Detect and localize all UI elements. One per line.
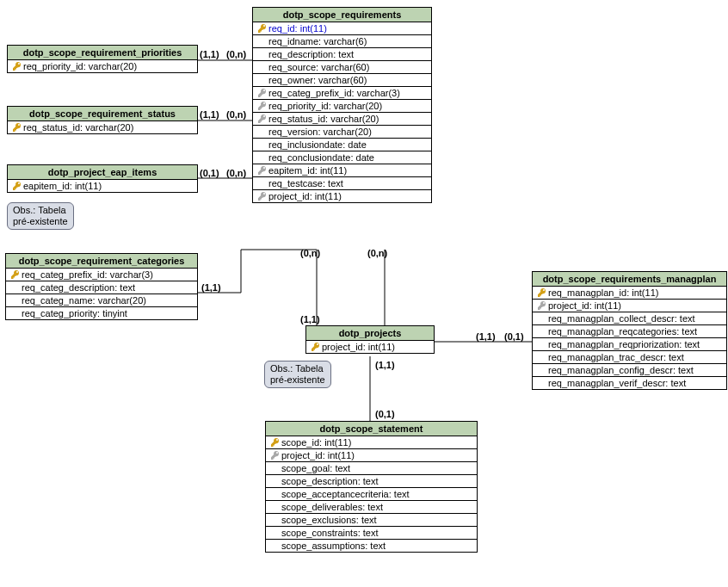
- key-icon: [310, 342, 322, 352]
- field-text: scope_description: text: [281, 476, 379, 486]
- field-text: eapitem_id: int(11): [23, 181, 102, 191]
- field-row: scope_acceptancecriteria: text: [266, 488, 477, 501]
- entity-projects: dotp_projects project_id: int(11): [305, 325, 435, 354]
- entity-title: dotp_scope_requirement_priorities: [8, 46, 197, 60]
- field-row: req_managplan_config_descr: text: [533, 364, 726, 377]
- card: (0,n): [367, 248, 387, 258]
- field-row: eapitem_id: int(11): [253, 164, 431, 177]
- entity-statement: dotp_scope_statement scope_id: int(11)pr…: [265, 421, 478, 553]
- field-row: project_id: int(11): [253, 190, 431, 202]
- field-text: req_owner: varchar(60): [268, 75, 367, 85]
- key-icon: [11, 181, 23, 191]
- field-row: project_id: int(11): [266, 449, 477, 462]
- field-text: req_status_id: varchar(20): [23, 122, 133, 133]
- field-text: scope_exclusions: text: [281, 515, 377, 525]
- field-row: scope_description: text: [266, 475, 477, 488]
- field-text: req_managplan_config_descr: text: [548, 365, 694, 375]
- field-row: eapitem_id: int(11): [8, 180, 197, 192]
- field-row: req_conclusiondate: date: [253, 151, 431, 164]
- field-row: req_managplan_trac_descr: text: [533, 351, 726, 364]
- field-text: req_conclusiondate: date: [268, 152, 374, 163]
- field-row: req_version: varchar(20): [253, 126, 431, 139]
- card: (0,1): [200, 168, 219, 178]
- field-row: req_categ_description: text: [6, 281, 197, 294]
- field-text: project_id: int(11): [268, 191, 342, 201]
- entity-status: dotp_scope_requirement_status req_status…: [7, 106, 198, 134]
- entity-title: dotp_scope_requirements: [253, 8, 431, 22]
- field-text: req_version: varchar(20): [268, 127, 372, 137]
- field-text: project_id: int(11): [322, 342, 395, 352]
- entity-body: req_priority_id: varchar(20): [8, 60, 197, 72]
- key-icon: [256, 88, 268, 98]
- field-text: req_categ_priority: tinyint: [22, 308, 127, 318]
- field-row: req_categ_prefix_id: varchar(3): [6, 269, 197, 281]
- field-text: req_id: int(11): [268, 23, 327, 34]
- key-icon: [9, 269, 22, 280]
- field-text: req_managplan_verif_descr: text: [548, 378, 686, 388]
- key-icon: [256, 165, 268, 176]
- entity-title: dotp_scope_requirement_status: [8, 107, 197, 121]
- field-text: req_status_id: varchar(20): [268, 114, 379, 124]
- entity-title: dotp_scope_statement: [266, 422, 477, 436]
- field-row: req_managplan_collect_descr: text: [533, 312, 726, 325]
- entity-requirements: dotp_scope_requirements req_id: int(11)r…: [252, 7, 432, 203]
- field-text: req_managplan_reqcategories: text: [548, 326, 697, 337]
- card: (0,1): [504, 331, 524, 342]
- field-text: scope_goal: text: [281, 463, 350, 473]
- field-text: req_managplan_trac_descr: text: [548, 352, 684, 362]
- key-icon: [11, 61, 23, 71]
- field-text: req_categ_prefix_id: varchar(3): [22, 269, 153, 280]
- field-text: scope_deliverables: text: [281, 502, 383, 512]
- card: (0,n): [226, 109, 246, 120]
- card: (1,1): [200, 49, 219, 59]
- entity-body: project_id: int(11): [306, 341, 434, 353]
- field-row: req_managplan_reqcategories: text: [533, 325, 726, 338]
- field-row: req_testcase: text: [253, 177, 431, 190]
- key-icon: [269, 450, 281, 460]
- field-text: req_testcase: text: [268, 178, 343, 188]
- field-row: scope_goal: text: [266, 462, 477, 475]
- field-row: req_managplan_id: int(11): [533, 287, 726, 300]
- card: (0,n): [300, 248, 320, 258]
- card: (0,n): [226, 49, 246, 59]
- card: (0,1): [375, 409, 395, 419]
- field-row: scope_deliverables: text: [266, 501, 477, 514]
- field-text: project_id: int(11): [548, 300, 621, 311]
- field-row: req_id: int(11): [253, 22, 431, 35]
- field-row: req_owner: varchar(60): [253, 74, 431, 87]
- field-text: req_source: varchar(60): [268, 62, 369, 72]
- field-text: req_managplan_id: int(11): [548, 287, 658, 298]
- entity-priorities: dotp_scope_requirement_priorities req_pr…: [7, 45, 198, 73]
- field-row: req_managplan_reqpriorization: text: [533, 338, 726, 351]
- field-row: scope_exclusions: text: [266, 514, 477, 527]
- note-eap: Obs.: Tabelapré-existente: [7, 202, 74, 230]
- key-icon: [256, 101, 268, 111]
- field-text: scope_id: int(11): [281, 437, 351, 448]
- field-text: req_managplan_reqpriorization: text: [548, 339, 700, 349]
- field-text: req_categ_description: text: [22, 282, 135, 293]
- field-row: req_categ_prefix_id: varchar(3): [253, 87, 431, 100]
- entity-title: dotp_scope_requirement_categories: [6, 254, 197, 269]
- key-icon: [256, 23, 268, 34]
- entity-title: dotp_project_eap_items: [8, 165, 197, 180]
- entity-body: req_status_id: varchar(20): [8, 121, 197, 133]
- field-text: scope_constraints: text: [281, 528, 379, 538]
- entity-body: req_categ_prefix_id: varchar(3)req_categ…: [6, 269, 197, 319]
- field-row: project_id: int(11): [306, 341, 434, 353]
- entity-body: scope_id: int(11)project_id: int(11)scop…: [266, 436, 477, 552]
- key-icon: [256, 191, 268, 201]
- card: (1,1): [375, 360, 395, 370]
- field-row: scope_assumptions: text: [266, 540, 477, 552]
- field-row: project_id: int(11): [533, 300, 726, 312]
- card: (1,1): [200, 109, 219, 120]
- field-text: scope_assumptions: text: [281, 541, 386, 551]
- field-text: project_id: int(11): [281, 450, 355, 460]
- key-icon: [11, 122, 23, 133]
- field-row: req_source: varchar(60): [253, 61, 431, 74]
- field-text: eapitem_id: int(11): [268, 165, 347, 176]
- field-row: req_inclusiondate: date: [253, 139, 431, 151]
- field-row: req_priority_id: varchar(20): [253, 100, 431, 113]
- field-text: scope_acceptancecriteria: text: [281, 489, 410, 499]
- entity-managplan: dotp_scope_requirements_managplan req_ma…: [532, 271, 727, 390]
- entity-title: dotp_projects: [306, 326, 434, 341]
